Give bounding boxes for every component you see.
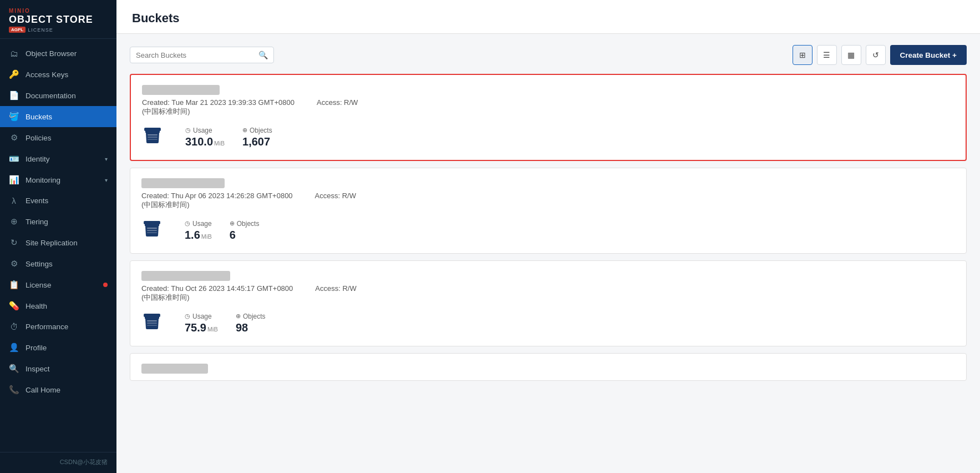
svg-rect-10 — [147, 230, 157, 231]
main-content: 🔍 ⊞ ☰ ▦ ↺ Create Bucket + Created: Tue M… — [116, 34, 980, 473]
svg-rect-16 — [147, 323, 157, 324]
bucket-card-bucket-3[interactable]: Created: Thu Oct 26 2023 14:45:17 GMT+08… — [130, 260, 967, 346]
search-box: 🔍 — [130, 47, 274, 63]
grid-view-button[interactable]: ⊞ — [793, 45, 813, 65]
sidebar-item-access-keys[interactable]: 🔑 Access Keys — [0, 64, 116, 85]
sidebar-item-events[interactable]: λ Events — [0, 190, 116, 211]
nav-icon-object-browser: 🗂 — [9, 49, 19, 58]
nav-label-buckets: Buckets — [26, 113, 108, 121]
usage-text-bucket-2: Usage — [192, 220, 212, 228]
stat-objects-label-bucket-3: ⊕ Objects — [236, 313, 266, 320]
logo-title-text: OBJECT STORE — [9, 14, 108, 26]
sidebar-item-profile[interactable]: 👤 Profile — [0, 337, 116, 358]
bucket-meta-bucket-1: Created: Tue Mar 21 2023 19:39:33 GMT+08… — [142, 98, 952, 117]
stat-usage-block-bucket-3: ◷ Usage 75.9 MiB — [185, 313, 218, 334]
bucket-access-bucket-3: Access: R/W — [315, 284, 356, 303]
create-bucket-button[interactable]: Create Bucket + — [890, 45, 967, 65]
main-header: Buckets — [116, 0, 980, 34]
nav-icon-documentation: 📄 — [9, 90, 19, 100]
stat-objects-value-bucket-3: 98 — [236, 321, 266, 334]
filter-button[interactable]: ▦ — [841, 45, 861, 65]
nav-label-license: License — [26, 281, 95, 289]
sidebar-item-health[interactable]: 💊 Health — [0, 295, 116, 316]
svg-rect-7 — [145, 224, 159, 226]
bucket-name-blurred-bucket-2 — [141, 178, 225, 188]
bucket-name-blurred-bucket-1 — [142, 85, 220, 95]
nav-label-health: Health — [26, 302, 108, 310]
svg-rect-8 — [144, 221, 160, 223]
svg-rect-5 — [148, 139, 158, 140]
nav-icon-call-home: 📞 — [9, 385, 19, 395]
logo-agpl-badge: AGPL — [9, 27, 26, 33]
stat-objects-value-bucket-2: 6 — [230, 229, 260, 241]
bucket-card-bucket-4[interactable] — [130, 353, 967, 381]
usage-number-bucket-3: 75.9 — [185, 321, 206, 334]
bucket-name-bucket-1 — [142, 85, 952, 95]
stat-usage-value-bucket-2: 1.6 MiB — [185, 229, 212, 241]
stat-objects-value-bucket-1: 1,607 — [242, 135, 272, 148]
stat-usage-value-bucket-3: 75.9 MiB — [185, 321, 218, 334]
main-area: Buckets 🔍 ⊞ ☰ ▦ ↺ Create Bucket + Create… — [116, 0, 980, 473]
logo-license-text: LICENSE — [28, 27, 53, 33]
bucket-card-bucket-2[interactable]: Created: Thu Apr 06 2023 14:26:28 GMT+08… — [130, 168, 967, 254]
svg-rect-1 — [145, 131, 160, 133]
stat-usage-label-bucket-2: ◷ Usage — [185, 220, 212, 228]
bucket-card-bucket-1[interactable]: Created: Tue Mar 21 2023 19:39:33 GMT+08… — [130, 74, 967, 161]
bucket-name-bucket-4 — [141, 364, 953, 374]
stat-usage-block-bucket-1: ◷ Usage 310.0 MiB — [185, 127, 225, 148]
toolbar: 🔍 ⊞ ☰ ▦ ↺ Create Bucket + — [130, 45, 967, 65]
nav-label-site-replication: Site Replication — [26, 239, 108, 247]
sidebar-item-tiering[interactable]: ⊕ Tiering — [0, 211, 116, 232]
sidebar-item-documentation[interactable]: 📄 Documentation — [0, 85, 116, 106]
sidebar-item-call-home[interactable]: 📞 Call Home — [0, 379, 116, 400]
bucket-icon-bucket-2 — [141, 218, 163, 243]
sidebar-item-identity[interactable]: 🪪 Identity ▾ — [0, 148, 116, 169]
sidebar-logo: MINIO OBJECT STORE AGPL LICENSE — [0, 0, 116, 39]
objects-icon-bucket-3: ⊕ — [236, 313, 241, 320]
sidebar-item-buckets[interactable]: 🪣 Buckets — [0, 106, 116, 127]
sidebar-footer: CSDN@小花皮猪 — [0, 452, 116, 473]
usage-icon-bucket-3: ◷ — [185, 313, 190, 320]
usage-unit-bucket-1: MiB — [214, 140, 225, 147]
stat-usage-label-bucket-1: ◷ Usage — [185, 127, 225, 134]
objects-icon-bucket-1: ⊕ — [242, 127, 247, 134]
nav-label-settings: Settings — [26, 260, 108, 268]
objects-number-bucket-2: 6 — [230, 229, 236, 241]
list-view-button[interactable]: ☰ — [817, 45, 837, 65]
sidebar-item-performance[interactable]: ⏱ Performance — [0, 316, 116, 337]
sidebar-item-monitoring[interactable]: 📊 Monitoring ▾ — [0, 169, 116, 190]
bucket-access-bucket-1: Access: R/W — [317, 98, 358, 117]
sidebar-item-policies[interactable]: ⚙ Policies — [0, 127, 116, 148]
usage-number-bucket-2: 1.6 — [185, 229, 200, 241]
sidebar-item-license[interactable]: 📋 License — [0, 274, 116, 295]
nav-icon-license: 📋 — [9, 280, 19, 290]
stat-objects-block-bucket-1: ⊕ Objects 1,607 — [242, 127, 272, 148]
objects-text-bucket-3: Objects — [243, 313, 266, 320]
usage-icon-bucket-2: ◷ — [185, 220, 190, 227]
svg-rect-14 — [144, 314, 160, 316]
nav-chevron-monitoring: ▾ — [105, 177, 108, 183]
refresh-button[interactable]: ↺ — [866, 45, 886, 65]
sidebar-item-settings[interactable]: ⚙ Settings — [0, 253, 116, 274]
bucket-name-bucket-3 — [141, 271, 953, 281]
stat-usage-value-bucket-1: 310.0 MiB — [185, 135, 225, 148]
sidebar-item-object-browser[interactable]: 🗂 Object Browser — [0, 43, 116, 64]
stat-objects-label-bucket-1: ⊕ Objects — [242, 127, 272, 134]
nav-icon-site-replication: ↻ — [9, 238, 19, 248]
nav-label-tiering: Tiering — [26, 218, 108, 226]
usage-text-bucket-1: Usage — [193, 127, 212, 134]
sidebar-item-site-replication[interactable]: ↻ Site Replication — [0, 232, 116, 253]
nav-icon-policies: ⚙ — [9, 133, 19, 143]
sidebar-item-inspect[interactable]: 🔍 Inspect — [0, 358, 116, 379]
bucket-meta-bucket-3: Created: Thu Oct 26 2023 14:45:17 GMT+08… — [141, 284, 953, 303]
nav-badge-license — [103, 283, 108, 287]
nav-icon-profile: 👤 — [9, 343, 19, 353]
objects-number-bucket-3: 98 — [236, 321, 248, 334]
nav-icon-performance: ⏱ — [9, 322, 19, 331]
search-input[interactable] — [136, 51, 254, 59]
nav-label-call-home: Call Home — [26, 386, 108, 394]
nav-label-inspect: Inspect — [26, 365, 108, 373]
svg-rect-9 — [147, 228, 157, 229]
bucket-stats-bucket-1: ◷ Usage 310.0 MiB ⊕ Objects 1,607 — [142, 124, 952, 150]
usage-number-bucket-1: 310.0 — [185, 135, 213, 148]
